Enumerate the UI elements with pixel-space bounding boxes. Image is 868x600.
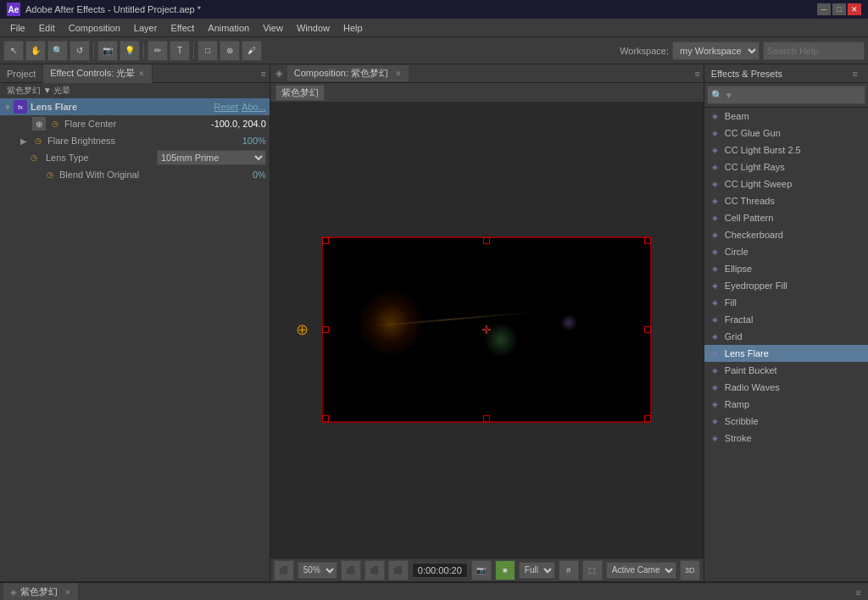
effect-controls-tab[interactable]: Effect Controls: 光晕 ✕ (43, 64, 153, 83)
menu-view[interactable]: View (256, 21, 290, 35)
effect-controls-tab-close[interactable]: ✕ (138, 69, 145, 78)
pen-tool[interactable]: ✏ (147, 41, 168, 61)
comp-canvas[interactable]: ✛ (321, 236, 652, 423)
effects-panel-menu[interactable]: ≡ (849, 69, 861, 79)
effects-list-item[interactable]: ◈Stroke (704, 430, 868, 447)
comp-center-crosshair[interactable]: ✛ (481, 323, 492, 336)
comp-canvas-inner: ✛ (323, 238, 650, 421)
comp-btn-4[interactable]: ⬛ (388, 560, 409, 581)
menu-file[interactable]: File (3, 21, 32, 35)
maximize-button[interactable]: □ (832, 3, 846, 15)
effects-list-item[interactable]: ◈CC Light Rays (704, 158, 868, 175)
effects-list-item[interactable]: ◈Circle (704, 243, 868, 260)
flare-center-value[interactable]: -100.0, 204.0 (211, 119, 266, 129)
effects-list-item[interactable]: ◈CC Light Sweep (704, 175, 868, 192)
effects-list-item[interactable]: ◈Ramp (704, 396, 868, 413)
effects-list-item[interactable]: ◈Beam (704, 108, 868, 125)
timeline-comp-tab[interactable]: ◈ 紫色梦幻 ✕ (3, 583, 79, 601)
comp-quality-select[interactable]: Full (519, 562, 555, 579)
lens-flare-reset-btn[interactable]: Reset (214, 102, 238, 112)
menu-layer[interactable]: Layer (127, 21, 164, 35)
comp-tab[interactable]: Composition: 紫色梦幻 ✕ (287, 65, 409, 81)
effects-list-item[interactable]: ◈Cell Pattern (704, 209, 868, 226)
workspace-select[interactable]: my Workspace (672, 42, 760, 60)
comp-panel-menu[interactable]: ≡ (691, 69, 703, 79)
effect-item-name: CC Glue Gun (725, 128, 781, 138)
comp-btn-3[interactable]: ⬛ (364, 560, 385, 581)
effects-search-box[interactable]: 🔍 ▼ (707, 86, 865, 104)
comp-timecode[interactable]: 0:00:00:20 (412, 563, 468, 578)
clone-tool[interactable]: ⊕ (220, 41, 240, 61)
light-tool[interactable]: 💡 (120, 41, 140, 61)
comp-camera-icon[interactable]: 📷 (471, 560, 492, 581)
comp-btn-1[interactable]: ⬛ (274, 560, 294, 581)
effect-item-name: Fractal (725, 314, 754, 325)
close-button[interactable]: ✕ (848, 3, 861, 15)
flare-brightness-expand[interactable]: ▶ (20, 136, 31, 146)
composition-view[interactable]: ⊕ ✛ (270, 102, 704, 558)
effects-list-item[interactable]: ◈Fill (704, 294, 868, 311)
zoom-tool[interactable]: 🔍 (47, 41, 68, 61)
comp-view-select[interactable]: Active Came (606, 562, 676, 579)
effects-list-item[interactable]: ◈Paint Bucket (704, 362, 868, 379)
flare-center-target[interactable]: ⊕ (32, 117, 46, 131)
effects-list-item[interactable]: ◈Ellipse (704, 260, 868, 277)
effects-list-item[interactable]: ◈CC Threads (704, 192, 868, 209)
effects-list-item[interactable]: ◈Eyedropper Fill (704, 277, 868, 294)
timeline-menu[interactable]: ≡ (853, 587, 865, 597)
effects-list-item[interactable]: ◈Grid (704, 328, 868, 345)
menu-help[interactable]: Help (337, 21, 370, 35)
hand-tool[interactable]: ✋ (25, 41, 46, 61)
rotate-tool[interactable]: ↺ (70, 41, 90, 61)
left-panel-menu[interactable]: ≡ (257, 69, 269, 79)
effect-item-icon: ◈ (709, 263, 721, 275)
effects-search-dropdown[interactable]: ▼ (725, 91, 733, 100)
comp-grid-btn[interactable]: # (559, 560, 579, 581)
effects-list-item[interactable]: ◈CC Glue Gun (704, 125, 868, 142)
comp-tab-close[interactable]: ✕ (395, 69, 402, 78)
effects-list-item[interactable]: ◈CC Light Burst 2.5 (704, 142, 868, 158)
flare-center-label: Flare Center (64, 119, 211, 129)
effect-item-name: Circle (725, 247, 748, 257)
effect-item-icon: ◈ (709, 178, 721, 190)
lens-flare-expand-icon[interactable]: ▼ (3, 103, 14, 112)
effects-list-item[interactable]: ◈Scribble (704, 413, 868, 430)
menu-animation[interactable]: Animation (201, 21, 256, 35)
lens-flare-about-btn[interactable]: Abo... (242, 102, 266, 112)
effect-item-name: CC Threads (725, 196, 775, 206)
left-panel-tabs: Project Effect Controls: 光晕 ✕ ≡ (0, 64, 270, 83)
selection-tool[interactable]: ↖ (3, 41, 24, 61)
blend-value[interactable]: 0% (253, 169, 266, 180)
effects-list-item[interactable]: ◈Radio Waves (704, 379, 868, 396)
comp-color-btn[interactable]: ■ (495, 560, 515, 581)
title-bar: Ae Adobe After Effects - Untitled Projec… (0, 0, 868, 19)
lens-type-select[interactable]: 105mm Prime (157, 150, 266, 165)
search-help-input[interactable] (763, 42, 865, 60)
effects-list-item[interactable]: ◈Lens Flare (704, 345, 868, 362)
comp-btn-2[interactable]: ⬛ (341, 560, 361, 581)
comp-zoom-select[interactable]: 50% (298, 562, 337, 579)
flare-brightness-value[interactable]: 100% (242, 136, 266, 146)
menu-effect[interactable]: Effect (164, 21, 201, 35)
effect-controls-panel: 紫色梦幻 ▼ 光晕 ▼ fx Lens Flare Reset Abo... ⊕ (0, 83, 270, 581)
effects-list-item[interactable]: ◈Checkerboard (704, 226, 868, 243)
comp-mask-btn[interactable]: ⬚ (582, 560, 603, 581)
text-tool[interactable]: T (170, 41, 190, 61)
lens-flare-header[interactable]: ▼ fx Lens Flare Reset Abo... (0, 98, 270, 115)
project-tab[interactable]: Project (0, 64, 43, 83)
effects-list-item[interactable]: ◈Fractal (704, 311, 868, 328)
menu-composition[interactable]: Composition (62, 21, 127, 35)
shape-tool[interactable]: □ (198, 41, 218, 61)
effect-item-icon: ◈ (709, 331, 721, 342)
effect-item-name: Radio Waves (725, 382, 780, 392)
brush-tool[interactable]: 🖌 (242, 41, 262, 61)
effect-item-name: Eyedropper Fill (725, 281, 787, 291)
timeline-tab-close[interactable]: ✕ (64, 588, 71, 597)
menu-edit[interactable]: Edit (32, 21, 62, 35)
camera-tool[interactable]: 📷 (97, 41, 118, 61)
comp-3d-btn[interactable]: 3D (680, 560, 700, 581)
minimize-button[interactable]: ─ (817, 3, 831, 15)
menu-window[interactable]: Window (290, 21, 337, 35)
effects-presets-header: Effects & Presets ≡ (704, 64, 868, 83)
comp-left-crosshair[interactable]: ⊕ (296, 320, 309, 339)
